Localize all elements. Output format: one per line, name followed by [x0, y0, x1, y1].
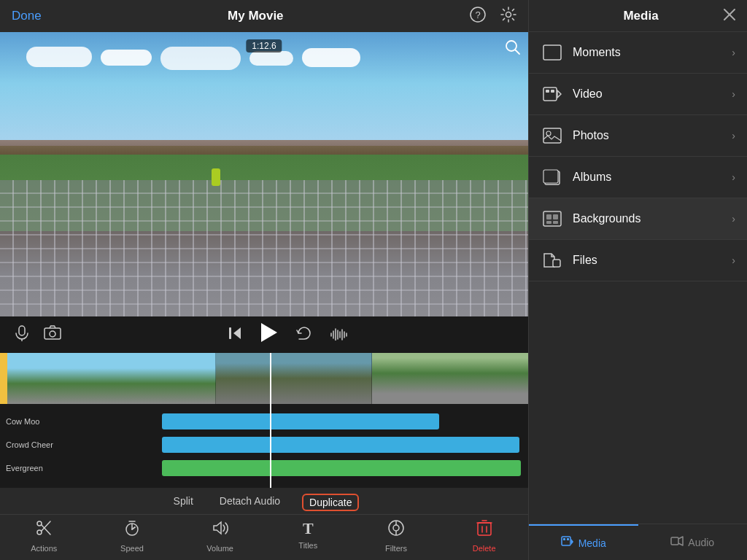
clip-thumb-3: [372, 353, 528, 404]
detach-audio-button[interactable]: Detach Audio: [215, 494, 285, 511]
volume-tool[interactable]: Volume: [198, 519, 242, 553]
delete-label: Delete: [473, 544, 496, 553]
delete-tool[interactable]: Delete: [462, 519, 506, 553]
photos-icon: [541, 125, 564, 146]
play-button[interactable]: [260, 322, 279, 347]
svg-marker-40: [557, 90, 561, 98]
media-panel: Media Moments ›: [528, 0, 747, 560]
settings-icon[interactable]: [500, 7, 516, 26]
speed-tool[interactable]: Speed: [110, 519, 154, 553]
audio-bar-1: [162, 413, 439, 429]
video-preview: 1:12.6: [0, 32, 528, 316]
speed-icon: [123, 519, 141, 541]
svg-rect-47: [543, 211, 561, 226]
audio-tab-icon: [670, 534, 684, 551]
audio-track-2: Crowd Cheer: [0, 435, 528, 455]
svg-text:?: ?: [475, 9, 480, 20]
tab-audio[interactable]: Audio: [638, 524, 748, 560]
svg-rect-50: [546, 221, 551, 224]
svg-rect-57: [671, 537, 678, 545]
svg-point-2: [506, 12, 511, 17]
moments-label: Moments: [573, 46, 732, 59]
media-item-video[interactable]: Video ›: [529, 74, 747, 115]
audio-tab-label: Audio: [688, 537, 714, 548]
albums-label: Albums: [573, 171, 732, 184]
transport-left: [15, 325, 61, 345]
volume-label: Volume: [206, 544, 233, 553]
svg-point-44: [546, 131, 551, 136]
svg-rect-49: [553, 214, 558, 219]
titles-tool[interactable]: T Titles: [286, 519, 330, 553]
volume-icon: [212, 519, 229, 541]
svg-rect-42: [551, 90, 554, 93]
video-chevron: ›: [732, 88, 735, 100]
video-clip[interactable]: [7, 353, 528, 404]
video-search-icon[interactable]: [505, 39, 521, 59]
timeline-cursor: [270, 353, 271, 488]
speed-label: Speed: [120, 544, 144, 553]
camera-icon[interactable]: [44, 325, 61, 345]
waveform-icon[interactable]: [330, 326, 347, 344]
video-label: Video: [573, 88, 732, 101]
svg-marker-9: [233, 327, 241, 339]
svg-point-29: [393, 525, 399, 531]
actions-label: Actions: [31, 544, 57, 553]
media-item-files[interactable]: Files ›: [529, 240, 747, 281]
svg-rect-43: [543, 128, 561, 143]
timeline: Cow Moo Crowd Cheer Evergreen: [0, 353, 528, 488]
svg-rect-52: [553, 260, 560, 267]
audio-bar-2: [162, 437, 519, 453]
titles-label: Titles: [298, 541, 317, 550]
undo-icon[interactable]: [296, 326, 312, 344]
delete-icon: [476, 519, 492, 541]
skip-back-icon[interactable]: [228, 326, 242, 344]
backgrounds-icon: [541, 209, 564, 229]
media-list: Moments › Video ›: [529, 32, 747, 524]
svg-rect-55: [563, 538, 565, 540]
audio-track-3: Evergreen: [0, 458, 528, 478]
svg-rect-56: [567, 538, 569, 540]
backgrounds-chevron: ›: [732, 213, 735, 225]
svg-rect-5: [19, 326, 25, 335]
help-icon[interactable]: ?: [470, 7, 486, 26]
svg-rect-41: [546, 90, 549, 93]
media-panel-close[interactable]: [724, 7, 735, 24]
split-button[interactable]: Split: [169, 494, 198, 511]
action-tools: Actions Speed: [0, 514, 528, 560]
actions-tool[interactable]: Actions: [22, 519, 66, 553]
media-tab-label: Media: [578, 537, 606, 549]
svg-rect-48: [546, 214, 551, 219]
action-bar: Split Detach Audio Duplicate Actions: [0, 488, 528, 560]
files-icon: [541, 250, 564, 271]
duplicate-button[interactable]: Duplicate: [302, 494, 359, 511]
media-item-photos[interactable]: Photos ›: [529, 115, 747, 157]
transport-center: [228, 322, 347, 347]
svg-point-8: [50, 331, 55, 337]
albums-icon: [541, 167, 564, 187]
media-item-albums[interactable]: Albums ›: [529, 157, 747, 198]
media-panel-header: Media: [529, 0, 747, 32]
transport-bar: [0, 316, 528, 353]
fence-area: [0, 180, 528, 316]
done-button[interactable]: Done: [12, 9, 42, 23]
video-track: [0, 353, 528, 404]
svg-rect-53: [562, 537, 570, 545]
svg-rect-51: [553, 221, 558, 224]
media-item-moments[interactable]: Moments ›: [529, 32, 747, 74]
audio-track-1-label: Cow Moo: [6, 417, 39, 426]
media-tab-icon: [561, 536, 574, 551]
video-icon: [541, 84, 564, 104]
media-tabs: Media Audio: [529, 524, 747, 560]
media-item-backgrounds[interactable]: Backgrounds ›: [529, 198, 747, 240]
mic-icon[interactable]: [15, 325, 29, 345]
files-label: Files: [573, 254, 732, 267]
tab-media[interactable]: Media: [529, 524, 638, 560]
left-panel: Done My Movie ?: [0, 0, 528, 560]
filters-label: Filters: [385, 544, 407, 553]
svg-marker-54: [571, 539, 573, 545]
filters-tool[interactable]: Filters: [374, 519, 418, 553]
backgrounds-label: Backgrounds: [573, 212, 732, 225]
header-icons: ?: [470, 7, 516, 26]
project-title: My Movie: [228, 9, 284, 23]
svg-rect-10: [229, 327, 231, 339]
